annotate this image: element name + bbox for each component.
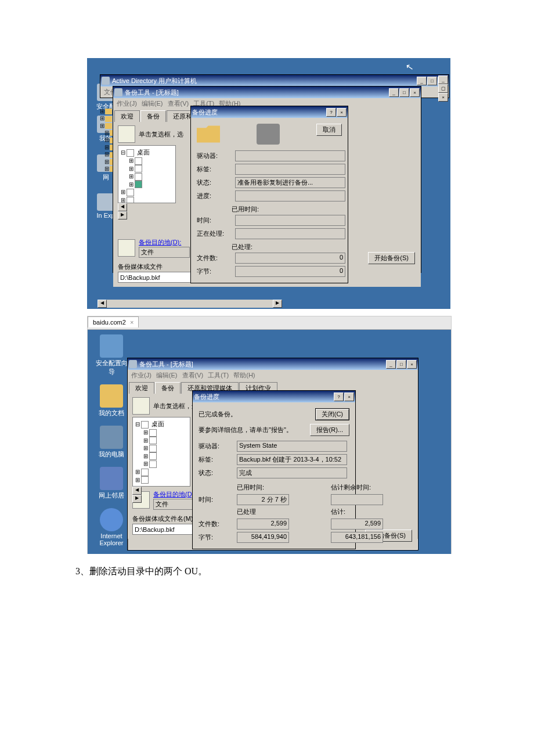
file-path-input[interactable] bbox=[118, 272, 192, 283]
close-button[interactable]: × bbox=[410, 88, 420, 97]
tab-backup[interactable]: 备份 bbox=[140, 110, 166, 122]
scw-icon[interactable] bbox=[100, 334, 123, 358]
close-dialog-button[interactable]: 关闭(C) bbox=[315, 408, 349, 420]
media-label: 备份媒体或文件 bbox=[118, 263, 163, 270]
progress-dialog-done: 备份进度 ?× 已完成备份。 关闭(C) 要参阅详细信息，请单击"报告"。 报告… bbox=[192, 390, 356, 549]
dest-value: 文件 bbox=[139, 247, 190, 258]
cancel-button[interactable]: 取消 bbox=[316, 124, 342, 136]
folder-icon bbox=[197, 124, 220, 145]
drive-value bbox=[235, 150, 345, 161]
close-button[interactable]: × bbox=[407, 360, 417, 369]
ie-label: In Exp bbox=[96, 212, 114, 219]
tag-value bbox=[235, 164, 345, 175]
min-button[interactable]: _ bbox=[417, 77, 427, 85]
done-text: 已完成备份。 bbox=[199, 410, 237, 419]
progress-title: 备份进度 bbox=[192, 108, 326, 117]
max-button[interactable]: □ bbox=[399, 88, 409, 97]
backup-tree[interactable]: 桌面 ◀▶ bbox=[118, 145, 176, 238]
start-backup-button[interactable]: 开始备份(S) bbox=[368, 252, 415, 264]
tab-welcome[interactable]: 欢迎 bbox=[129, 382, 154, 394]
dest-label[interactable]: 备份目的地(D): bbox=[139, 239, 181, 246]
network-icon[interactable] bbox=[100, 467, 123, 490]
scroll-right[interactable]: ▶ bbox=[118, 211, 127, 219]
desktop-icons: 安全配置向导 我的文档 我的电脑 网上邻居 Internet Explorer bbox=[93, 334, 129, 554]
checklist-icon bbox=[118, 125, 135, 143]
help-button[interactable]: ? bbox=[326, 108, 336, 117]
progress-dialog: 备份进度 ?× 取消 驱动器: 标签: 状态:准备用卷影复制进行备份... 进度… bbox=[190, 106, 348, 283]
progress-bar bbox=[235, 190, 345, 201]
detail-hint: 要参阅详细信息，请单击"报告"。 bbox=[199, 426, 293, 434]
tape-icon bbox=[257, 124, 280, 145]
status-value: 准备用卷影复制进行备份... bbox=[235, 177, 345, 188]
aduc-scrollbar[interactable]: ◀▶ bbox=[98, 300, 282, 308]
scroll-left[interactable]: ◀ bbox=[118, 203, 127, 211]
browser-tabbar: baidu.com2 × bbox=[88, 316, 451, 330]
backup-icon bbox=[114, 88, 122, 96]
tab-welcome[interactable]: 欢迎 bbox=[114, 110, 140, 122]
ie-icon[interactable] bbox=[100, 508, 123, 531]
bytes-value: 0 bbox=[235, 266, 345, 277]
mydocs-icon[interactable] bbox=[100, 384, 123, 408]
browser-tab[interactable]: baidu.com2 × bbox=[88, 316, 139, 327]
processing-value bbox=[235, 228, 345, 239]
tab-close-icon[interactable]: × bbox=[130, 319, 134, 326]
aduc-icon bbox=[102, 77, 110, 85]
time-value bbox=[235, 215, 345, 226]
screenshot-1: ↖ 安全配 我的 网 In Exp Active Directory 用户和计算… bbox=[87, 58, 450, 309]
report-button[interactable]: 报告(R)... bbox=[310, 424, 349, 436]
mycomputer-icon[interactable] bbox=[100, 426, 123, 449]
min-button[interactable]: _ bbox=[386, 360, 396, 369]
close-button[interactable]: × bbox=[344, 393, 354, 401]
net-label: 网 bbox=[103, 174, 109, 181]
max-button[interactable]: □ bbox=[427, 77, 437, 85]
mdi-child-buttons: _▢× bbox=[438, 75, 448, 102]
min-button[interactable]: _ bbox=[389, 88, 399, 97]
tab-backup[interactable]: 备份 bbox=[155, 382, 181, 394]
max-button[interactable]: □ bbox=[396, 360, 406, 369]
cursor-icon: ↖ bbox=[405, 61, 414, 73]
backup-tree[interactable]: 桌面 ◀▶ bbox=[132, 417, 190, 487]
help-button[interactable]: ? bbox=[334, 393, 344, 401]
backup-menu[interactable]: 作业(J)编辑(E)查看(V)工具(T)帮助(H) bbox=[128, 370, 418, 381]
backup-title: 备份工具 - [无标题] bbox=[125, 88, 389, 97]
close-button[interactable]: × bbox=[337, 108, 347, 117]
files-value: 0 bbox=[235, 253, 345, 264]
screenshot-2: baidu.com2 × 安全配置向导 我的文档 我的电脑 网上邻居 Inter… bbox=[87, 316, 452, 554]
hint-text: 单击复选框，选 bbox=[139, 130, 183, 139]
checklist-icon bbox=[132, 397, 150, 415]
backup-icon bbox=[129, 360, 137, 368]
dest-icon bbox=[118, 239, 135, 257]
aduc-title: Active Directory 用户和计算机 bbox=[112, 77, 417, 85]
step-caption: 3、删除活动目录中的两个 OU。 bbox=[75, 566, 534, 578]
